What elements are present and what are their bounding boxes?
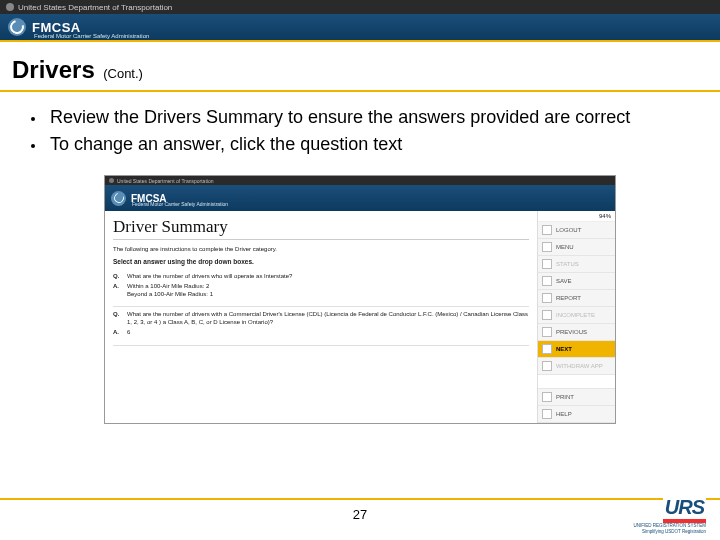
fmcsa-logo-icon (111, 191, 126, 206)
qa-block: Q.What are the number of drivers who wil… (113, 273, 529, 298)
a-label: A. (113, 283, 127, 299)
report-button[interactable]: REPORT (538, 290, 615, 307)
dot-seal-icon (6, 3, 14, 11)
incomplete-icon (542, 310, 552, 320)
fmcsa-logo-icon (8, 18, 26, 36)
next-icon (542, 344, 552, 354)
incomplete-button[interactable]: INCOMPLETE (538, 307, 615, 324)
slide-title: Drivers (12, 56, 95, 83)
gov-org: United States Department of Transportati… (18, 3, 172, 12)
print-icon (542, 392, 552, 402)
embedded-screenshot: United States Department of Transportati… (104, 175, 616, 424)
status-button[interactable]: STATUS (538, 256, 615, 273)
a-label: A. (113, 329, 127, 337)
withdraw-icon (542, 361, 552, 371)
instruction-text: The following are instructions to comple… (113, 246, 529, 252)
logout-button[interactable]: LOGOUT (538, 222, 615, 239)
urs-sub2: Simplifying USDOT Registration (634, 530, 706, 535)
urs-sub1: UNIFIED REGISTRATION SYSTEM (634, 524, 706, 529)
gov-topbar: United States Department of Transportati… (0, 0, 720, 14)
ss-gov-org: United States Department of Transportati… (117, 178, 213, 184)
help-icon (542, 409, 552, 419)
q-label: Q. (113, 273, 127, 281)
slide-title-cont: (Cont.) (103, 66, 143, 81)
footer-divider (0, 498, 720, 500)
withdraw-button[interactable]: WITHDRAW APP (538, 358, 615, 375)
question-link[interactable]: What are the number of drivers with a Co… (127, 311, 529, 327)
bullet-item: To change an answer, click the question … (46, 133, 690, 156)
report-icon (542, 293, 552, 303)
ss-gov-topbar: United States Department of Transportati… (105, 176, 615, 185)
sidebar-gap (538, 375, 615, 389)
bullet-item: Review the Drivers Summary to ensure the… (46, 106, 690, 129)
previous-icon (542, 327, 552, 337)
menu-button[interactable]: MENU (538, 239, 615, 256)
q-label: Q. (113, 311, 127, 327)
answer-text: 6 (127, 329, 529, 337)
ss-main-panel: Driver Summary The following are instruc… (105, 211, 537, 423)
urs-wordmark: URS (663, 496, 706, 523)
menu-icon (542, 242, 552, 252)
help-button[interactable]: HELP (538, 406, 615, 423)
previous-button[interactable]: PREVIOUS (538, 324, 615, 341)
question-link[interactable]: What are the number of drivers who will … (127, 273, 529, 281)
ss-brand-sub: Federal Motor Carrier Safety Administrat… (132, 201, 228, 207)
instruction-bold: Select an answer using the drop down box… (113, 258, 529, 265)
qa-block: Q.What are the number of drivers with a … (113, 311, 529, 336)
brand-subtitle: Federal Motor Carrier Safety Administrat… (34, 33, 149, 39)
logout-icon (542, 225, 552, 235)
bullet-list: Review the Drivers Summary to ensure the… (0, 92, 720, 169)
page-heading: Driver Summary (113, 217, 529, 237)
ss-brand-bar: FMCSA Federal Motor Carrier Safety Admin… (105, 185, 615, 211)
next-button[interactable]: NEXT (538, 341, 615, 358)
ss-sidebar: 94% LOGOUT MENU STATUS SAVE REPORT INCOM… (537, 211, 615, 423)
save-button[interactable]: SAVE (538, 273, 615, 290)
dot-seal-icon (109, 178, 114, 183)
divider (113, 239, 529, 240)
slide-title-bar: Drivers (Cont.) (0, 42, 720, 92)
print-button[interactable]: PRINT (538, 389, 615, 406)
answer-text: Within a 100-Air Mile Radius: 2 Beyond a… (127, 283, 529, 299)
divider (113, 345, 529, 346)
divider (113, 306, 529, 307)
urs-logo: URS UNIFIED REGISTRATION SYSTEM Simplify… (634, 496, 706, 534)
progress-percent: 94% (538, 211, 615, 222)
save-icon (542, 276, 552, 286)
page-number: 27 (0, 507, 720, 522)
status-icon (542, 259, 552, 269)
